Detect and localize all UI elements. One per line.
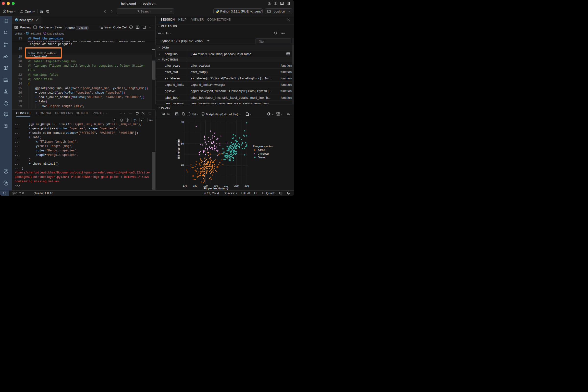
svg-text:220: 220 [234, 184, 239, 187]
svg-text:40: 40 [181, 164, 184, 166]
svg-text:180: 180 [193, 184, 198, 187]
svg-text:230: 230 [244, 184, 249, 187]
svg-text:Gentoo: Gentoo [258, 156, 266, 158]
svg-text:Chinstrap: Chinstrap [258, 152, 269, 155]
svg-text:Adelie: Adelie [258, 148, 265, 151]
svg-text:Bill length (mm): Bill length (mm) [177, 139, 180, 159]
svg-text:60: 60 [181, 120, 184, 123]
svg-text:c: c [134, 120, 135, 122]
svg-text:Flipper length (mm): Flipper length (mm) [204, 187, 228, 190]
svg-text:Penguin species: Penguin species [253, 144, 273, 148]
svg-text:ab: ab [134, 118, 136, 120]
svg-text:170: 170 [182, 184, 187, 187]
svg-text:50: 50 [181, 142, 184, 145]
